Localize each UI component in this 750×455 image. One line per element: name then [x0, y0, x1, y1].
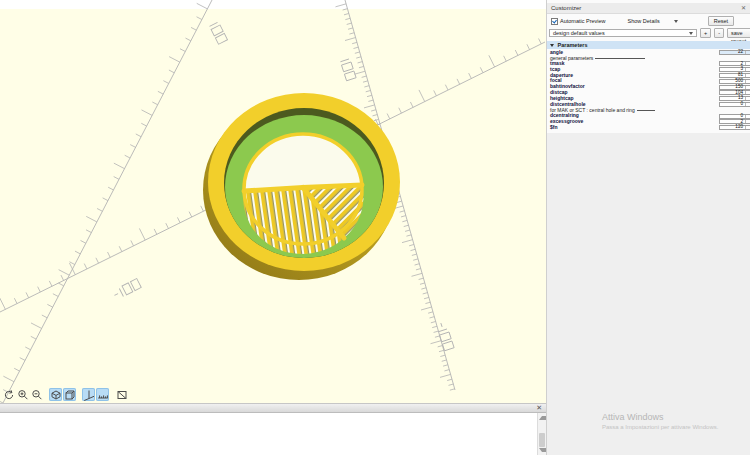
- reset-button[interactable]: Reset: [708, 16, 734, 26]
- reset-view-icon[interactable]: [2, 388, 15, 401]
- zoom-in-icon[interactable]: [16, 388, 29, 401]
- parameter-spinbox[interactable]: 150: [719, 85, 750, 90]
- parameter-value[interactable]: 500: [720, 79, 745, 84]
- bahtinov-mask-model: [203, 93, 400, 280]
- parameter-spinbox[interactable]: 2: [719, 61, 750, 66]
- spinner-arrows-icon[interactable]: [745, 68, 750, 71]
- parameter-row-angle: angle22: [547, 50, 750, 56]
- scrollbar-thumb[interactable]: [539, 433, 545, 447]
- 3d-scene: [0, 0, 546, 403]
- spinner-arrows-icon[interactable]: [745, 86, 750, 89]
- parameter-value[interactable]: 22: [720, 50, 745, 55]
- parameter-list: angle22general parameterstmask2tcap3dape…: [547, 50, 750, 131]
- remove-preset-button[interactable]: -: [714, 28, 724, 38]
- parameter-name: $fn: [550, 124, 558, 130]
- spinner-arrows-icon[interactable]: [745, 80, 750, 83]
- spinner-arrows-icon[interactable]: [745, 51, 750, 54]
- spinner-arrows-icon[interactable]: [745, 97, 750, 100]
- spinner-arrows-icon[interactable]: [745, 126, 750, 129]
- parameter-spinbox[interactable]: 120: [719, 125, 750, 130]
- parameter-spinbox[interactable]: 3: [719, 67, 750, 72]
- parameter-row-fn: $fn120: [547, 125, 750, 131]
- parameter-spinbox[interactable]: 104: [719, 90, 750, 95]
- watermark-line2: Passa a Impostazioni per attivare Window…: [602, 423, 718, 431]
- spinner-arrows-icon[interactable]: [745, 103, 750, 106]
- parameter-value[interactable]: 120: [720, 125, 745, 130]
- parameter-name: angle: [550, 49, 563, 55]
- parameter-name: distcentralhole: [550, 101, 586, 107]
- spinner-arrows-icon[interactable]: [745, 91, 750, 94]
- parameters-section-header[interactable]: Parameters: [547, 41, 750, 49]
- collapse-triangle-icon: [550, 44, 554, 47]
- spinner-arrows-icon[interactable]: [745, 74, 750, 77]
- parameter-spinbox[interactable]: 13: [719, 96, 750, 101]
- show-axes-icon[interactable]: [82, 388, 95, 401]
- spinner-arrows-icon[interactable]: [745, 120, 750, 123]
- perspective-icon[interactable]: [49, 388, 62, 401]
- console-output[interactable]: [0, 413, 537, 455]
- automatic-preview-label: Automatic Preview: [560, 18, 606, 24]
- console-close-icon[interactable]: ✕: [536, 404, 542, 412]
- chevron-down-icon: [674, 20, 678, 23]
- parameter-value[interactable]: 0: [720, 102, 745, 107]
- show-details-label: Show Details: [628, 18, 660, 24]
- windows-activation-watermark: Attiva Windows Passa a Impostazioni per …: [602, 412, 718, 431]
- zoom-out-icon[interactable]: [30, 388, 43, 401]
- show-details-dropdown[interactable]: Show Details: [628, 18, 678, 24]
- panel-close-icon[interactable]: ✕: [741, 3, 746, 14]
- add-preset-button[interactable]: +: [700, 28, 711, 38]
- view-toolbar: [2, 388, 129, 401]
- show-scale-markers-icon[interactable]: [96, 388, 109, 401]
- spinner-arrows-icon[interactable]: [745, 62, 750, 65]
- watermark-line1: Attiva Windows: [602, 412, 718, 423]
- preset-combobox[interactable]: design default values: [549, 29, 697, 37]
- parameter-value[interactable]: 0: [720, 114, 745, 119]
- show-edges-icon[interactable]: [115, 388, 128, 401]
- parameters-header-label: Parameters: [558, 42, 588, 48]
- console-scrollbar[interactable]: [537, 413, 546, 455]
- parameter-spinbox[interactable]: 22: [719, 50, 750, 55]
- spinner-arrows-icon[interactable]: [745, 115, 750, 118]
- customizer-panel: Customizer ✕ Automatic Preview Show Deta…: [546, 0, 750, 455]
- customizer-controls: Automatic Preview Show Details Reset: [549, 16, 748, 26]
- parameter-spinbox[interactable]: 0: [719, 102, 750, 107]
- customizer-title: Customizer: [551, 5, 581, 11]
- orthographic-icon[interactable]: [63, 388, 76, 401]
- console-splitter[interactable]: ✕: [0, 403, 546, 413]
- 3d-viewport[interactable]: [0, 0, 546, 403]
- preset-value: design default values: [553, 29, 605, 37]
- save-preset-button[interactable]: save preset...: [727, 28, 750, 38]
- parameter-spinbox[interactable]: 0: [719, 114, 750, 119]
- parameter-row-distcentralhole: distcentralhole0: [547, 102, 750, 108]
- customizer-titlebar: Customizer ✕: [547, 3, 750, 14]
- preset-row: design default values + - save preset...: [549, 28, 750, 38]
- automatic-preview-checkbox[interactable]: [551, 18, 558, 25]
- chevron-down-icon: [689, 32, 693, 35]
- parameter-value[interactable]: 150: [720, 85, 745, 90]
